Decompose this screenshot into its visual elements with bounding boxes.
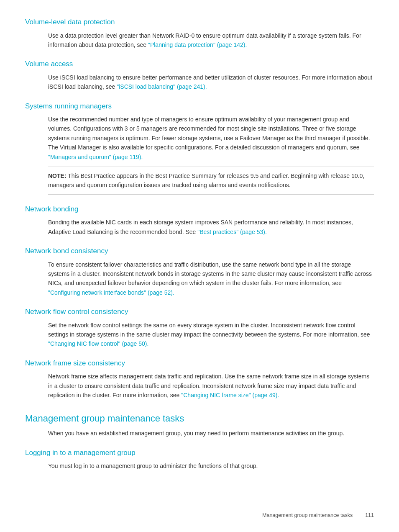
section-logging-in-to-management-group: Logging in to a management group You mus… <box>25 447 374 471</box>
body-text-pre: To ensure consistent failover characteri… <box>48 261 372 287</box>
section-title-network-frame-size-consistency: Network frame size consistency <box>25 358 374 369</box>
link-planning-data-protection[interactable]: "Planning data protection" (page 142). <box>148 41 247 48</box>
section-title-network-flow-control-consistency: Network flow control consistency <box>25 306 374 317</box>
link-best-practices[interactable]: "Best practices" (page 53). <box>197 229 267 235</box>
note-text: This Best Practice appears in the Best P… <box>48 172 364 188</box>
body-text: Use iSCSI load balancing to ensure bette… <box>48 74 372 90</box>
section-title-volume-level-data-protection: Volume-level data protection <box>25 17 374 28</box>
section-body-network-bonding: Bonding the available NIC cards in each … <box>25 218 374 236</box>
section-network-bonding: Network bonding Bonding the available NI… <box>25 204 374 236</box>
body-text-pre: When you have an established management … <box>48 430 344 437</box>
body-text-pre: Use the recommended number and type of m… <box>48 116 370 151</box>
body-text-pre: Set the network flow control settings th… <box>48 322 370 338</box>
section-title-network-bonding: Network bonding <box>25 204 374 215</box>
section-body-network-frame-size-consistency: Network frame size affects management da… <box>25 372 374 400</box>
section-volume-access: Volume access Use iSCSI load balancing t… <box>25 59 374 91</box>
link-changing-nic-frame-size[interactable]: "Changing NIC frame size" (page 49). <box>181 392 279 398</box>
section-volume-level-data-protection: Volume-level data protection Use a data … <box>25 17 374 49</box>
link-changing-nic-flow-control[interactable]: "Changing NIC flow control" (page 50). <box>48 340 148 347</box>
section-title-logging-in-to-management-group: Logging in to a management group <box>25 447 374 458</box>
section-body-volume-level-data-protection: Use a data protection level greater than… <box>25 31 374 50</box>
section-body-management-group-maintenance-tasks: When you have an established management … <box>25 429 374 438</box>
section-title-volume-access: Volume access <box>25 59 374 69</box>
link-iscsi-load-balancing[interactable]: "iSCSI load balancing" (page 241). <box>117 83 207 90</box>
note-label: NOTE: <box>48 172 66 179</box>
section-network-bond-consistency: Network bond consistency To ensure consi… <box>25 246 374 297</box>
section-network-frame-size-consistency: Network frame size consistency Network f… <box>25 358 374 400</box>
section-title-systems-running-managers: Systems running managers <box>25 101 374 112</box>
section-systems-running-managers: Systems running managers Use the recomme… <box>25 101 374 195</box>
section-network-flow-control-consistency: Network flow control consistency Set the… <box>25 306 374 349</box>
footer-page-number: 111 <box>365 511 374 519</box>
section-management-group-maintenance-tasks: Management group maintenance tasks When … <box>25 411 374 438</box>
section-body-network-bond-consistency: To ensure consistent failover characteri… <box>25 260 374 298</box>
section-body-volume-access: Use iSCSI load balancing to ensure bette… <box>25 73 374 92</box>
section-body-systems-running-managers: Use the recommended number and type of m… <box>25 115 374 195</box>
footer: Management group maintenance tasks 111 <box>262 511 374 519</box>
link-managers-and-quorum[interactable]: "Managers and quorum" (page 119). <box>48 154 143 160</box>
footer-section-label: Management group maintenance tasks <box>262 511 353 519</box>
link-configuring-network-interface-bonds[interactable]: "Configuring network interface bonds" (p… <box>48 289 174 296</box>
section-body-logging-in-to-management-group: You must log in to a management group to… <box>25 461 374 470</box>
section-body-network-flow-control-consistency: Set the network flow control settings th… <box>25 321 374 349</box>
note-block: NOTE: This Best Practice appears in the … <box>48 167 374 195</box>
section-title-network-bond-consistency: Network bond consistency <box>25 246 374 257</box>
body-text-pre: You must log in to a management group to… <box>48 463 258 469</box>
section-title-management-group-maintenance-tasks: Management group maintenance tasks <box>25 411 374 425</box>
